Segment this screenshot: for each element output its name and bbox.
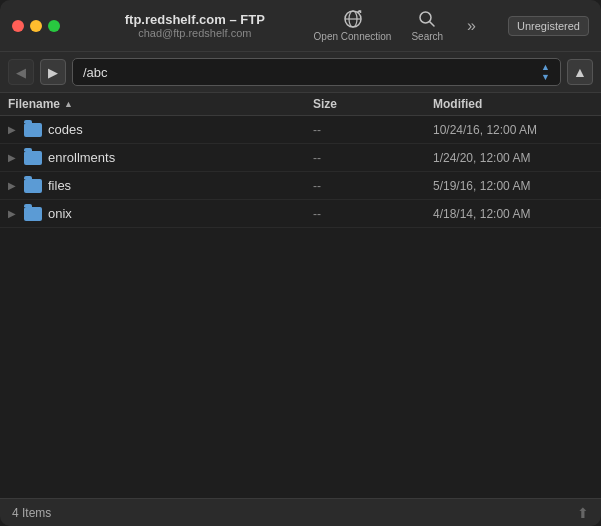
back-button[interactable]: ◀ [8,59,34,85]
svg-line-4 [430,22,435,27]
more-button[interactable]: » [463,13,480,39]
window-controls [12,20,60,32]
column-header-modified: Modified [433,97,593,111]
folder-icon [24,123,42,137]
path-field[interactable]: /abc ▲ ▼ [72,58,561,86]
table-row[interactable]: ▶ codes -- 10/24/16, 12:00 AM [0,116,601,144]
upload-icon: ▲ [573,64,587,80]
forward-icon: ▶ [48,65,58,80]
sort-arrow-icon: ▲ [64,99,73,109]
file-size-cell: -- [313,179,433,193]
open-connection-button[interactable]: Open Connection [314,9,392,42]
globe-icon [343,9,363,29]
file-size-cell: -- [313,151,433,165]
search-button[interactable]: Search [411,9,443,42]
search-label: Search [411,31,443,42]
table-row[interactable]: ▶ files -- 5/19/16, 12:00 AM [0,172,601,200]
column-header-size: Size [313,97,433,111]
file-name-cell: ▶ codes [8,122,313,137]
expand-arrow-icon: ▶ [8,152,18,163]
path-text: /abc [83,65,108,80]
open-connection-label: Open Connection [314,31,392,42]
file-modified-cell: 1/24/20, 12:00 AM [433,151,593,165]
expand-arrow-icon: ▶ [8,180,18,191]
table-row[interactable]: ▶ enrollments -- 1/24/20, 12:00 AM [0,144,601,172]
title-bar: ftp.redshelf.com – FTP chad@ftp.redshelf… [0,0,601,52]
file-modified-cell: 4/18/14, 12:00 AM [433,207,593,221]
toolbar-actions: Open Connection Search » Unregistered [314,9,589,42]
file-name-text: files [48,178,71,193]
folder-icon [24,179,42,193]
file-name-cell: ▶ onix [8,206,313,221]
path-up-arrow: ▲ [541,63,550,72]
maximize-button[interactable] [48,20,60,32]
window-subtitle: chad@ftp.redshelf.com [138,27,251,39]
status-items-count: 4 Items [12,506,51,520]
file-modified-cell: 5/19/16, 12:00 AM [433,179,593,193]
file-size-cell: -- [313,123,433,137]
path-down-arrow: ▼ [541,73,550,82]
file-name-text: onix [48,206,72,221]
back-icon: ◀ [16,65,26,80]
file-list-header: Filename ▲ Size Modified [0,93,601,116]
folder-icon [24,207,42,221]
search-icon [417,9,437,29]
file-list: Filename ▲ Size Modified ▶ codes -- 10/2… [0,93,601,498]
folder-icon [24,151,42,165]
status-share-icon: ⬆ [577,505,589,521]
unregistered-badge: Unregistered [508,16,589,36]
expand-arrow-icon: ▶ [8,208,18,219]
expand-arrow-icon: ▶ [8,124,18,135]
status-bar: 4 Items ⬆ [0,498,601,526]
upload-button[interactable]: ▲ [567,59,593,85]
file-name-text: enrollments [48,150,115,165]
file-name-cell: ▶ enrollments [8,150,313,165]
column-header-filename: Filename ▲ [8,97,313,111]
title-info: ftp.redshelf.com – FTP chad@ftp.redshelf… [76,12,314,39]
file-size-cell: -- [313,207,433,221]
path-spinner: ▲ ▼ [541,63,550,82]
minimize-button[interactable] [30,20,42,32]
file-name-text: codes [48,122,83,137]
forward-button[interactable]: ▶ [40,59,66,85]
close-button[interactable] [12,20,24,32]
window-title: ftp.redshelf.com – FTP [125,12,265,27]
navigation-bar: ◀ ▶ /abc ▲ ▼ ▲ [0,52,601,93]
file-modified-cell: 10/24/16, 12:00 AM [433,123,593,137]
file-rows-container: ▶ codes -- 10/24/16, 12:00 AM ▶ enrollme… [0,116,601,228]
file-name-cell: ▶ files [8,178,313,193]
table-row[interactable]: ▶ onix -- 4/18/14, 12:00 AM [0,200,601,228]
